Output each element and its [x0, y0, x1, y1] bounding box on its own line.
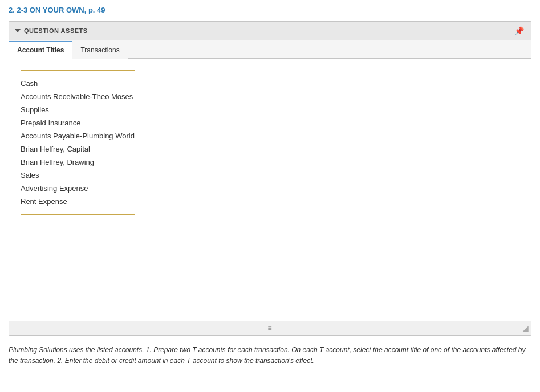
bottom-gold-line [21, 214, 135, 215]
pin-icon: 📌 [514, 26, 524, 35]
pin-button[interactable]: 📌 [513, 25, 525, 36]
page-title: 2. 2-3 ON YOUR OWN, p. 49 [9, 6, 531, 14]
tabs-bar: Account Titles Transactions [9, 40, 531, 59]
list-item: Brian Helfrey, Capital [21, 142, 519, 156]
panel-header-left: QUESTION ASSETS [15, 27, 88, 34]
tab-transactions[interactable]: Transactions [72, 41, 128, 59]
list-item: Prepaid Insurance [21, 116, 519, 129]
description-text: Plumbing Solutions uses the listed accou… [9, 345, 531, 366]
list-item: Cash [21, 77, 519, 90]
question-assets-panel: QUESTION ASSETS 📌 Account Titles Transac… [9, 21, 531, 336]
panel-footer: ≡ ◢ [9, 321, 531, 335]
top-gold-line [21, 70, 135, 71]
list-item: Rent Expense [21, 195, 519, 208]
panel-content: Cash Accounts Receivable-Theo Moses Supp… [9, 59, 531, 321]
panel-header: QUESTION ASSETS 📌 [9, 22, 531, 40]
panel-header-title: QUESTION ASSETS [24, 27, 88, 34]
list-item: Advertising Expense [21, 182, 519, 195]
list-item: Accounts Payable-Plumbing World [21, 129, 519, 142]
list-item: Accounts Receivable-Theo Moses [21, 90, 519, 103]
list-item: Sales [21, 169, 519, 182]
resize-handle-icon[interactable]: ≡ [268, 324, 273, 332]
tab-account-titles[interactable]: Account Titles [9, 41, 72, 59]
account-list: Cash Accounts Receivable-Theo Moses Supp… [21, 77, 519, 208]
list-item: Brian Helfrey, Drawing [21, 156, 519, 169]
resize-corner-icon: ◢ [522, 324, 529, 333]
collapse-icon[interactable] [15, 29, 21, 32]
list-item: Supplies [21, 103, 519, 116]
